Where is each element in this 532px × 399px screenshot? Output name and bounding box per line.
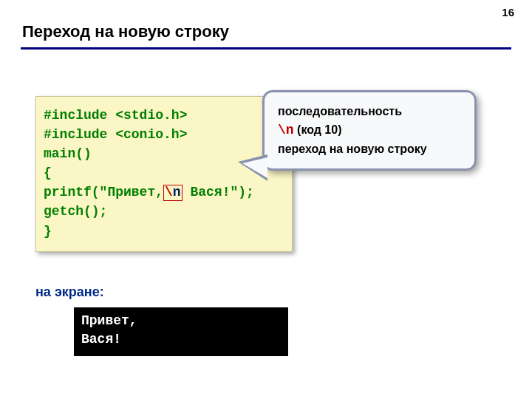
title-underline [21,47,511,50]
code-text: <conio.h> [115,127,187,142]
callout-line: переход на новую строку [278,140,463,158]
slide-title: Переход на новую строку [22,22,229,41]
code-text: printf("Привет, [44,185,163,200]
callout-line: (код 10) [294,123,342,136]
code-text: #include [44,127,115,142]
callout-tail-inner [242,157,267,178]
callout: последовательность \n (код 10) переход н… [262,90,477,171]
console-line: Привет, [81,312,281,330]
code-text: getch(); [44,202,284,221]
console-line: Вася! [81,330,281,349]
page-number: 16 [502,6,514,18]
code-text: Вася!"); [183,185,254,200]
callout-line: последовательность [278,103,463,120]
escape-backslash: \ [165,185,173,200]
newline-highlight-box: \n [163,185,183,201]
code-text: <stdio.h> [115,108,187,123]
code-text: #include [44,108,115,123]
code-text: } [44,222,284,241]
callout-escape: \n [278,123,294,137]
escape-n: n [173,185,181,200]
screen-label: на экране: [35,284,104,300]
console-output: Привет, Вася! [74,307,288,356]
